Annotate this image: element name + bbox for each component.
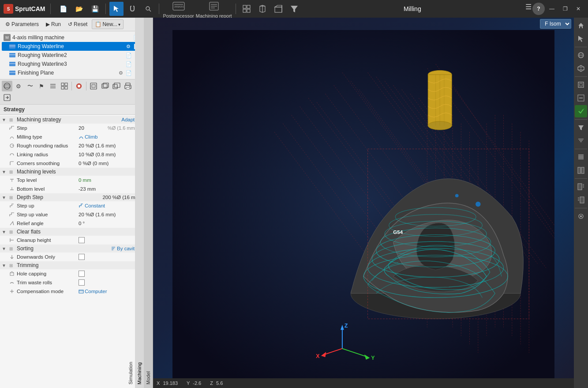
settings-icon-btn[interactable]: ⚙	[13, 81, 24, 91]
run-icon: ▶	[46, 21, 50, 27]
layer3-icon-btn[interactable]	[111, 81, 122, 91]
y-label: Y	[187, 380, 190, 386]
tab-simulation[interactable]: Simulation	[126, 18, 135, 388]
grid-icon-btn[interactable]	[59, 81, 70, 91]
layer1-icon-btn[interactable]	[88, 81, 99, 91]
compensation-mode-icon	[9, 288, 15, 294]
tab-model[interactable]: Model	[144, 18, 153, 388]
app-name: SprutCAM	[15, 5, 45, 12]
list-icon-btn[interactable]	[48, 81, 58, 91]
operations-tree: M 4-axis milling machine 📄 Roughing Wate…	[0, 31, 143, 79]
view-btn-1[interactable]	[240, 2, 254, 16]
run-button[interactable]: ▶ Run	[43, 20, 64, 29]
select-tool-button[interactable]	[109, 2, 124, 16]
downwards-only-checkbox[interactable]	[79, 254, 85, 260]
sorting-header[interactable]: ▼ ⊞ Sorting By cavities	[0, 245, 143, 252]
corners-smoothing-icon	[9, 160, 15, 166]
view-btn-2[interactable]	[255, 2, 270, 16]
svg-rect-15	[243, 9, 246, 12]
machining-strategy-section-label: Machining strategy	[17, 117, 61, 123]
machine-item[interactable]: M 4-axis milling machine 📄	[2, 33, 141, 42]
close-button[interactable]: ✕	[572, 3, 584, 15]
rt-btn-globe[interactable]	[575, 49, 587, 61]
svg-text:Z: Z	[345, 323, 348, 329]
icon-toolbar: ⚙ 〜 ⚑	[0, 79, 143, 105]
trimming-header[interactable]: ▼ ⊞ Trimming	[0, 261, 143, 269]
new-file-button[interactable]: 📄	[56, 2, 70, 16]
svg-text:✓: ✓	[582, 108, 584, 111]
op-finishing-plane[interactable]: Finishing Plane ⚙ 📄	[2, 68, 141, 77]
hole-capping-checkbox[interactable]	[79, 271, 85, 277]
machining-strategy-section: ▼ ⊞ Machining strategy Adaptish Step 20 …	[0, 116, 143, 168]
trim-waste-rolls-icon	[9, 279, 15, 286]
trim-waste-rolls-checkbox[interactable]	[79, 279, 85, 286]
save-file-button[interactable]: 💾	[88, 2, 102, 16]
viewport[interactable]: F Isom Top Front Side	[153, 18, 574, 388]
view-3d-button[interactable]	[2, 81, 12, 91]
rt-btn-side1[interactable]	[575, 181, 587, 193]
rt-btn-filter2[interactable]	[575, 135, 587, 147]
top-level-icon	[9, 177, 15, 183]
window-controls: ☰ ? — ❐ ✕	[524, 3, 584, 15]
machining-strategy-header[interactable]: ▼ ⊞ Machining strategy Adaptish	[0, 116, 143, 124]
clear-flats-header[interactable]: ▼ ⊞ Clear flats ✓	[0, 228, 143, 236]
rt-btn-cursor[interactable]	[575, 33, 587, 45]
step-label: Step	[17, 125, 79, 131]
step-icon	[9, 125, 15, 131]
wave-icon-btn[interactable]: 〜	[25, 81, 35, 91]
depth-step-section-label: Depth Step	[17, 194, 43, 200]
op-roughing-waterline[interactable]: Roughing Waterline ⚙ 📄	[2, 42, 141, 51]
svg-point-31	[4, 83, 10, 89]
export-icon-btn[interactable]	[2, 92, 12, 103]
rt-btn-side2[interactable]	[575, 194, 587, 206]
rt-btn-check[interactable]: ✓	[575, 105, 587, 117]
open-file-button[interactable]: 📂	[72, 2, 86, 16]
op-roughing-waterline3[interactable]: Roughing Waterline3 📄	[2, 60, 141, 68]
separator	[105, 4, 106, 14]
section-tree-icon: ⊞	[8, 194, 14, 200]
magnet-button[interactable]	[125, 2, 139, 16]
svg-text:A201: A201	[179, 5, 184, 8]
machining-levels-header[interactable]: ▼ ⊞ Machining levels	[0, 168, 143, 176]
rt-btn-home[interactable]	[575, 19, 587, 32]
svg-rect-153	[578, 167, 581, 173]
flag-icon-btn[interactable]: ⚑	[36, 81, 47, 91]
op-settings-icon[interactable]: ⚙	[119, 70, 123, 76]
rt-separator	[575, 119, 587, 120]
minimize-button[interactable]: —	[546, 3, 558, 15]
step-value[interactable]: 20	[79, 125, 106, 131]
hamburger-menu[interactable]: ☰	[525, 3, 532, 15]
view-select[interactable]: F Isom Top Front Side	[540, 19, 571, 29]
rt-btn-lines1[interactable]	[575, 151, 587, 163]
rt-btn-minus[interactable]	[575, 92, 587, 104]
bottom-level-row: Bottom level -23 mm	[0, 185, 143, 193]
tab-machining[interactable]: Machining	[135, 18, 144, 388]
cleanup-height-label: Cleanup height	[17, 237, 79, 243]
rt-btn-frame[interactable]	[575, 79, 587, 91]
maximize-button[interactable]: ❐	[559, 3, 571, 15]
zoom-button[interactable]	[141, 2, 155, 16]
op-label-1: Roughing Waterline	[18, 43, 70, 49]
postprocessor-button[interactable]: 2001A201	[172, 0, 186, 13]
rt-btn-funnel[interactable]	[575, 121, 587, 134]
rt-btn-lines2[interactable]	[575, 164, 587, 177]
stop-icon-btn[interactable]	[74, 81, 84, 91]
view-btn-3[interactable]	[271, 2, 285, 16]
rt-btn-iso[interactable]	[575, 62, 587, 75]
parameters-button[interactable]: ⚙ Parameters	[3, 20, 41, 29]
machining-report-button[interactable]	[207, 0, 221, 13]
new-button[interactable]: 📋 New... ▾	[92, 19, 123, 29]
help-button[interactable]: ?	[532, 3, 545, 15]
cutting-tool	[428, 70, 452, 130]
svg-rect-23	[9, 44, 15, 49]
cleanup-height-checkbox[interactable]	[79, 237, 85, 243]
corners-smoothing-row: Corners smoothing 0 %Ø (0 mm)	[0, 159, 143, 168]
op-roughing-waterline2[interactable]: Roughing Waterline2 📄	[2, 51, 141, 60]
parameters-icon: ⚙	[5, 21, 10, 27]
new-dropdown-arrow: ▾	[118, 22, 120, 27]
layer2-icon-btn[interactable]	[100, 81, 110, 91]
depth-step-header[interactable]: ▼ ⊞ Depth Step 200 %Ø (16 mm)	[0, 193, 143, 201]
reset-button[interactable]: ↺ Reset	[65, 20, 90, 29]
filter-button[interactable]	[287, 2, 301, 16]
rt-btn-snap[interactable]	[575, 210, 587, 222]
